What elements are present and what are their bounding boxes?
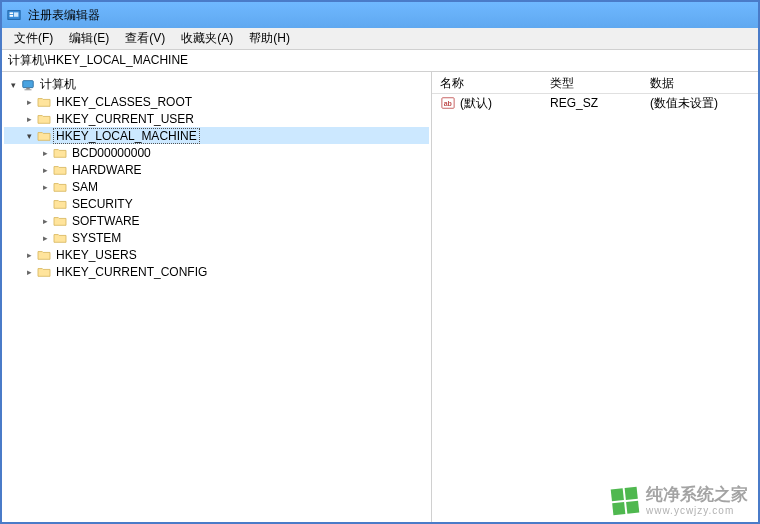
value-name: (默认) bbox=[460, 95, 492, 112]
string-value-icon: ab bbox=[440, 95, 456, 111]
svg-rect-4 bbox=[23, 80, 34, 87]
chevron-right-icon[interactable]: ▸ bbox=[38, 146, 52, 160]
tree-item-hku[interactable]: ▸ HKEY_USERS bbox=[4, 246, 429, 263]
svg-rect-6 bbox=[25, 89, 32, 90]
tree-pane[interactable]: ▾ 计算机 ▸ HKEY_CLASSES_ROOT ▸ HKEY_CURRENT… bbox=[2, 72, 432, 522]
tree-item-hkcc[interactable]: ▸ HKEY_CURRENT_CONFIG bbox=[4, 263, 429, 280]
list-pane[interactable]: 名称 类型 数据 ab (默认) REG_SZ (数值未设置) bbox=[432, 72, 758, 522]
chevron-right-icon[interactable]: ▸ bbox=[38, 231, 52, 245]
computer-icon bbox=[20, 77, 36, 93]
tree-label: SYSTEM bbox=[70, 231, 123, 245]
chevron-right-icon[interactable]: ▸ bbox=[22, 248, 36, 262]
folder-icon bbox=[52, 213, 68, 229]
list-row[interactable]: ab (默认) REG_SZ (数值未设置) bbox=[432, 94, 758, 112]
tree-label: HKEY_CURRENT_USER bbox=[54, 112, 196, 126]
chevron-right-icon[interactable]: ▸ bbox=[22, 265, 36, 279]
column-data[interactable]: 数据 bbox=[642, 72, 758, 93]
svg-rect-2 bbox=[10, 15, 14, 17]
menu-favorites[interactable]: 收藏夹(A) bbox=[173, 28, 241, 49]
chevron-right-icon[interactable]: ▸ bbox=[38, 180, 52, 194]
list-header: 名称 类型 数据 bbox=[432, 72, 758, 94]
tree-root-computer[interactable]: ▾ 计算机 bbox=[4, 76, 429, 93]
folder-icon bbox=[36, 128, 52, 144]
chevron-right-icon[interactable]: ▸ bbox=[38, 214, 52, 228]
folder-icon bbox=[36, 264, 52, 280]
address-input[interactable] bbox=[8, 54, 752, 68]
folder-icon bbox=[52, 145, 68, 161]
tree-item-hklm[interactable]: ▾ HKEY_LOCAL_MACHINE bbox=[4, 127, 429, 144]
tree-item-hkcr[interactable]: ▸ HKEY_CLASSES_ROOT bbox=[4, 93, 429, 110]
tree-item-sam[interactable]: ▸ SAM bbox=[4, 178, 429, 195]
folder-icon bbox=[52, 179, 68, 195]
chevron-right-icon[interactable]: ▸ bbox=[38, 163, 52, 177]
tree-item-security[interactable]: SECURITY bbox=[4, 195, 429, 212]
svg-text:ab: ab bbox=[444, 100, 452, 107]
svg-rect-3 bbox=[14, 12, 18, 16]
svg-rect-1 bbox=[10, 12, 14, 14]
folder-icon bbox=[52, 162, 68, 178]
addressbar bbox=[2, 50, 758, 72]
menu-file[interactable]: 文件(F) bbox=[6, 28, 61, 49]
menu-help[interactable]: 帮助(H) bbox=[241, 28, 298, 49]
window-title: 注册表编辑器 bbox=[28, 7, 100, 24]
chevron-down-icon[interactable]: ▾ bbox=[6, 78, 20, 92]
menubar: 文件(F) 编辑(E) 查看(V) 收藏夹(A) 帮助(H) bbox=[2, 28, 758, 50]
folder-icon bbox=[52, 196, 68, 212]
folder-icon bbox=[36, 94, 52, 110]
svg-rect-5 bbox=[26, 87, 30, 89]
tree-item-bcd[interactable]: ▸ BCD00000000 bbox=[4, 144, 429, 161]
column-type[interactable]: 类型 bbox=[542, 72, 642, 93]
chevron-down-icon[interactable]: ▾ bbox=[22, 129, 36, 143]
tree-label: HKEY_CLASSES_ROOT bbox=[54, 95, 194, 109]
tree-item-software[interactable]: ▸ SOFTWARE bbox=[4, 212, 429, 229]
folder-icon bbox=[36, 111, 52, 127]
chevron-right-icon[interactable]: ▸ bbox=[22, 95, 36, 109]
tree-label: HKEY_CURRENT_CONFIG bbox=[54, 265, 209, 279]
menu-edit[interactable]: 编辑(E) bbox=[61, 28, 117, 49]
tree-item-system[interactable]: ▸ SYSTEM bbox=[4, 229, 429, 246]
folder-icon bbox=[52, 230, 68, 246]
tree-label: BCD00000000 bbox=[70, 146, 153, 160]
tree-label: HKEY_LOCAL_MACHINE bbox=[54, 129, 199, 143]
folder-icon bbox=[36, 247, 52, 263]
tree-label: SAM bbox=[70, 180, 100, 194]
regedit-icon bbox=[6, 7, 22, 23]
cell-name: ab (默认) bbox=[432, 94, 542, 113]
tree-label: SECURITY bbox=[70, 197, 135, 211]
tree-label: HKEY_USERS bbox=[54, 248, 139, 262]
cell-type: REG_SZ bbox=[542, 95, 642, 111]
menu-view[interactable]: 查看(V) bbox=[117, 28, 173, 49]
content-area: ▾ 计算机 ▸ HKEY_CLASSES_ROOT ▸ HKEY_CURRENT… bbox=[2, 72, 758, 522]
tree-label: 计算机 bbox=[38, 76, 78, 93]
expander-empty bbox=[38, 197, 52, 211]
column-name[interactable]: 名称 bbox=[432, 72, 542, 93]
tree-label: HARDWARE bbox=[70, 163, 144, 177]
tree-item-hkcu[interactable]: ▸ HKEY_CURRENT_USER bbox=[4, 110, 429, 127]
chevron-right-icon[interactable]: ▸ bbox=[22, 112, 36, 126]
titlebar: 注册表编辑器 bbox=[2, 2, 758, 28]
cell-data: (数值未设置) bbox=[642, 94, 758, 113]
tree-item-hardware[interactable]: ▸ HARDWARE bbox=[4, 161, 429, 178]
tree-label: SOFTWARE bbox=[70, 214, 142, 228]
